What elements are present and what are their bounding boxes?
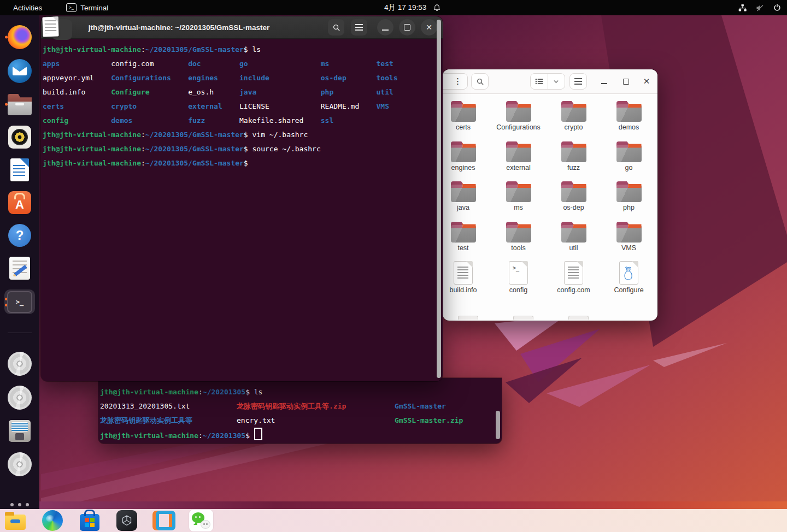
search-icon[interactable]	[328, 19, 344, 36]
terminal-back-body[interactable]: jth@jth-virtual-machine:~/20201305$ ls20…	[98, 378, 494, 444]
file-item[interactable]: java	[443, 181, 491, 221]
view-toggle[interactable]	[530, 73, 565, 90]
system-status-area[interactable]	[738, 0, 782, 15]
file-item[interactable]: engines	[443, 141, 491, 181]
file-item-label: Configurations	[495, 123, 543, 132]
more-options-icon[interactable]: ⋮	[443, 73, 468, 90]
terminal-line: jth@jth-virtual-machine:~/20201305/GmSSL…	[43, 43, 435, 57]
taskbar-item-wechat[interactable]	[189, 510, 213, 531]
dock-item-disc[interactable]	[4, 452, 35, 476]
file-item[interactable]: os-dep	[546, 181, 601, 221]
file-item[interactable]: external	[491, 141, 546, 181]
dock-item-disc[interactable]	[4, 386, 35, 410]
desktop: Activities >_ Terminal 4月 17 19:53	[0, 0, 787, 532]
file-item[interactable]: config	[491, 261, 546, 302]
file-item[interactable]: demos	[601, 101, 656, 141]
terminal-line: build.info Configure e_os.h java php uti…	[43, 85, 435, 99]
file-item[interactable]: crypto	[546, 101, 601, 141]
file-item[interactable]: php	[601, 181, 656, 221]
bell-icon	[433, 4, 441, 12]
terminal-front-scrollbar[interactable]	[437, 20, 441, 378]
folder-icon	[451, 145, 476, 162]
close-icon[interactable]: ✕	[421, 19, 437, 36]
close-icon[interactable]: ✕	[641, 76, 652, 87]
terminal-window-back[interactable]: jth@jth-virtual-machine:~/20201305$ ls20…	[98, 378, 502, 444]
file-item[interactable]: ms	[491, 181, 546, 221]
file-item[interactable]: Configure	[601, 261, 656, 302]
file-item[interactable]: util	[546, 221, 601, 262]
taskbar-item-edge[interactable]	[40, 510, 64, 531]
terminal-titlebar[interactable]: jth@jth-virtual-machine: ~/20201305/GmSS…	[41, 16, 443, 39]
file-item-label: demos	[605, 123, 653, 132]
file-item-label: php	[605, 204, 653, 212]
terminal-title: jth@jth-virtual-machine: ~/20201305/GmSS…	[41, 16, 317, 38]
disc-icon	[8, 386, 32, 410]
terminal-line: jth@jth-virtual-machine:~/20201305/GmSSL…	[43, 156, 435, 170]
file-item[interactable]: build.info	[443, 261, 491, 302]
cube-app-icon	[116, 510, 137, 531]
dock-item-help[interactable]: ?	[4, 224, 35, 247]
maximize-icon[interactable]	[399, 19, 415, 36]
list-view-icon[interactable]	[531, 74, 548, 89]
taskbar-item-microsoft-store[interactable]	[78, 510, 102, 531]
folder-icon	[616, 185, 642, 202]
floppy-icon	[9, 420, 31, 442]
edge-icon	[42, 510, 63, 531]
terminal-cursor	[254, 428, 262, 440]
file-item[interactable]: Configurations	[491, 101, 546, 141]
show-apps-icon	[10, 503, 29, 506]
file-item[interactable]: VMS	[601, 221, 656, 262]
dock-item-text-editor[interactable]	[4, 257, 35, 280]
file-item-label: os-dep	[550, 204, 598, 212]
terminal-back-scrollbar[interactable]	[496, 411, 500, 439]
chevron-down-icon[interactable]	[548, 74, 565, 89]
terminal-front-body[interactable]: jth@jth-virtual-machine:~/20201305/GmSSL…	[41, 38, 435, 381]
taskbar-item-cube-app[interactable]	[115, 510, 139, 531]
dock-item-floppy[interactable]	[4, 419, 35, 442]
dock-item-terminal[interactable]: >_	[4, 289, 35, 314]
clock[interactable]: 4月 17 19:53	[384, 0, 441, 15]
taskbar-item-file-explorer[interactable]	[3, 510, 27, 531]
taskbar	[0, 509, 787, 532]
file-item[interactable]: certs	[443, 101, 491, 141]
dock-item-libreoffice-writer[interactable]	[4, 158, 35, 181]
dock-item-disc[interactable]	[4, 352, 35, 376]
activities-button[interactable]: Activities	[10, 4, 45, 12]
menu-icon[interactable]	[351, 19, 367, 36]
file-item[interactable]: go	[601, 141, 656, 181]
terminal-app-icon: >_	[66, 3, 77, 12]
search-icon[interactable]	[471, 73, 489, 90]
volume-muted-icon	[755, 4, 765, 12]
folder-icon	[616, 104, 642, 122]
file-item[interactable]: tools	[491, 221, 546, 262]
document-icon	[42, 17, 58, 37]
main-menu-icon[interactable]	[569, 73, 587, 90]
dock-item-thunderbird[interactable]	[4, 59, 35, 83]
app-menu[interactable]: >_ Terminal	[66, 3, 108, 12]
terminal-window-front: jth@jth-virtual-machine: ~/20201305/GmSS…	[41, 16, 443, 381]
minimize-icon[interactable]	[377, 19, 393, 36]
terminal-line: jth@jth-virtual-machine:~/20201305$ ls	[100, 385, 494, 399]
dock-item-firefox[interactable]	[4, 25, 35, 49]
file-item-label: Configure	[605, 286, 653, 294]
folder-icon	[451, 225, 476, 243]
text-editor-icon	[9, 257, 30, 280]
file-item-label: ms	[495, 204, 543, 212]
file-item-label: config.com	[550, 286, 598, 294]
wechat-icon	[192, 512, 210, 529]
document-chip[interactable]	[43, 17, 77, 41]
file-item[interactable]: fuzz	[546, 141, 601, 181]
taskbar-item-vmware[interactable]	[152, 510, 176, 531]
terminal-icon: >_	[7, 291, 32, 313]
dock-item-rhythmbox[interactable]	[4, 126, 35, 149]
file-item[interactable]: config.com	[546, 261, 601, 302]
file-item[interactable]: test	[443, 221, 491, 262]
terminal-line: appveyor.yml Configurations engines incl…	[43, 71, 435, 85]
maximize-icon[interactable]	[620, 76, 631, 87]
clock-label: 4月 17 19:53	[384, 3, 426, 13]
dock-item-ubuntu-software[interactable]: A	[4, 191, 35, 214]
dock-item-show-apps[interactable]	[4, 486, 35, 509]
folder-icon	[616, 145, 642, 162]
minimize-icon[interactable]	[598, 76, 609, 87]
dock-item-files[interactable]	[4, 93, 35, 116]
